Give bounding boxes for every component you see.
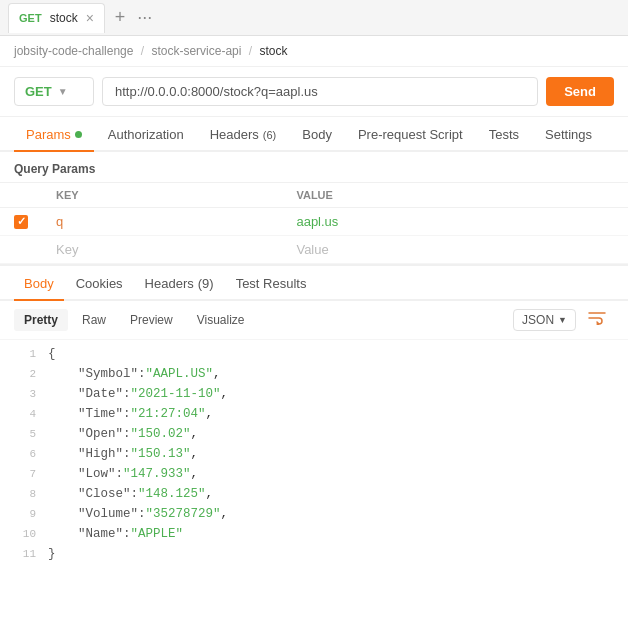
method-select[interactable]: GET ▼ <box>14 77 94 106</box>
breadcrumb-part-2[interactable]: stock-service-api <box>151 44 241 58</box>
col-value: VALUE <box>276 183 628 208</box>
tab-name: stock <box>50 11 78 25</box>
breadcrumb-current: stock <box>260 44 288 58</box>
tab-prerequest-label: Pre-request Script <box>358 127 463 142</box>
json-line-3: 3 "Date": "2021-11-10", <box>0 384 628 404</box>
tab-params-label: Params <box>26 127 71 142</box>
checkbox-cell[interactable]: ✓ <box>0 208 42 236</box>
add-tab-button[interactable]: + <box>109 7 132 28</box>
format-type-label: JSON <box>522 313 554 327</box>
line-number: 6 <box>8 446 36 464</box>
json-line-2: 2 "Symbol": "AAPL.US", <box>0 364 628 384</box>
tab-body-label: Body <box>302 127 332 142</box>
query-params-label: Query Params <box>0 152 628 182</box>
tab-params[interactable]: Params <box>14 117 94 152</box>
url-input[interactable] <box>102 77 538 106</box>
body-tab-body[interactable]: Body <box>14 266 64 301</box>
body-headers-badge: (9) <box>198 276 214 291</box>
breadcrumb: jobsity-code-challenge / stock-service-a… <box>0 36 628 67</box>
json-line-4: 4 "Time": "21:27:04", <box>0 404 628 424</box>
line-number: 10 <box>8 526 36 544</box>
send-button[interactable]: Send <box>546 77 614 106</box>
wrap-icon <box>588 311 606 325</box>
body-tab-body-label: Body <box>24 276 54 291</box>
method-value: GET <box>25 84 52 99</box>
line-number: 4 <box>8 406 36 424</box>
col-key: KEY <box>42 183 276 208</box>
body-tab-cookies[interactable]: Cookies <box>66 266 133 301</box>
tab-method: GET <box>19 12 42 24</box>
visualize-button[interactable]: Visualize <box>187 309 255 331</box>
tab-authorization-label: Authorization <box>108 127 184 142</box>
request-bar: GET ▼ Send <box>0 67 628 117</box>
checkbox-checked[interactable]: ✓ <box>14 215 28 229</box>
body-tabs: Body Cookies Headers (9) Test Results <box>0 266 628 301</box>
empty-value[interactable]: Value <box>276 236 628 264</box>
tab-body[interactable]: Body <box>290 117 344 152</box>
raw-button[interactable]: Raw <box>72 309 116 331</box>
tab-settings-label: Settings <box>545 127 592 142</box>
json-line-9: 9 "Volume": "35278729", <box>0 504 628 524</box>
more-tabs-button[interactable]: ··· <box>131 7 158 28</box>
line-number: 5 <box>8 426 36 444</box>
params-table: KEY VALUE ✓ q aapl.us Key Value <box>0 182 628 264</box>
empty-row: Key Value <box>0 236 628 264</box>
chevron-down-icon: ▼ <box>558 315 567 325</box>
body-tab-test-results-label: Test Results <box>236 276 307 291</box>
tab-headers-label: Headers <box>210 127 259 142</box>
param-value[interactable]: aapl.us <box>276 208 628 236</box>
body-tab-test-results[interactable]: Test Results <box>226 266 317 301</box>
json-line-7: 7 "Low": "147.933", <box>0 464 628 484</box>
line-number: 8 <box>8 486 36 504</box>
param-key[interactable]: q <box>42 208 276 236</box>
body-tab-headers[interactable]: Headers (9) <box>135 266 224 301</box>
preview-button[interactable]: Preview <box>120 309 183 331</box>
close-icon[interactable]: × <box>86 11 94 25</box>
pretty-button[interactable]: Pretty <box>14 309 68 331</box>
breadcrumb-sep-1: / <box>141 44 144 58</box>
format-bar: Pretty Raw Preview Visualize JSON ▼ <box>0 301 628 340</box>
tab-prerequest[interactable]: Pre-request Script <box>346 117 475 152</box>
json-line-11: 11 } <box>0 544 628 560</box>
line-number: 7 <box>8 466 36 484</box>
wrap-button[interactable] <box>580 307 614 333</box>
json-line-1: 1 { <box>0 344 628 364</box>
tab-tests-label: Tests <box>489 127 519 142</box>
json-line-8: 8 "Close": "148.125", <box>0 484 628 504</box>
json-line-6: 6 "High": "150.13", <box>0 444 628 464</box>
json-viewer: 1 { 2 "Symbol": "AAPL.US", 3 "Date": "20… <box>0 340 628 560</box>
chevron-down-icon: ▼ <box>58 86 68 97</box>
headers-badge: (6) <box>263 129 276 141</box>
breadcrumb-part-1[interactable]: jobsity-code-challenge <box>14 44 133 58</box>
line-number: 1 <box>8 346 36 364</box>
line-number: 9 <box>8 506 36 524</box>
body-section: Body Cookies Headers (9) Test Results Pr… <box>0 264 628 560</box>
line-number: 11 <box>8 546 36 560</box>
body-tab-headers-label: Headers <box>145 276 194 291</box>
tab-bar: GET stock × + ··· <box>0 0 628 36</box>
tab-authorization[interactable]: Authorization <box>96 117 196 152</box>
request-tabs: Params Authorization Headers (6) Body Pr… <box>0 117 628 152</box>
breadcrumb-sep-2: / <box>249 44 252 58</box>
tab-settings[interactable]: Settings <box>533 117 604 152</box>
format-type-select[interactable]: JSON ▼ <box>513 309 576 331</box>
json-line-10: 10 "Name": "APPLE" <box>0 524 628 544</box>
json-line-5: 5 "Open": "150.02", <box>0 424 628 444</box>
body-tab-cookies-label: Cookies <box>76 276 123 291</box>
empty-key[interactable]: Key <box>42 236 276 264</box>
tab-headers[interactable]: Headers (6) <box>198 117 289 152</box>
line-number: 3 <box>8 386 36 404</box>
json-close-bracket: } <box>48 544 56 560</box>
table-row: ✓ q aapl.us <box>0 208 628 236</box>
params-dot <box>75 131 82 138</box>
active-tab[interactable]: GET stock × <box>8 3 105 33</box>
col-checkbox <box>0 183 42 208</box>
query-params-section: Query Params KEY VALUE ✓ q aapl.us Key V… <box>0 152 628 264</box>
line-number: 2 <box>8 366 36 384</box>
tab-tests[interactable]: Tests <box>477 117 531 152</box>
json-open-bracket: { <box>48 344 56 364</box>
